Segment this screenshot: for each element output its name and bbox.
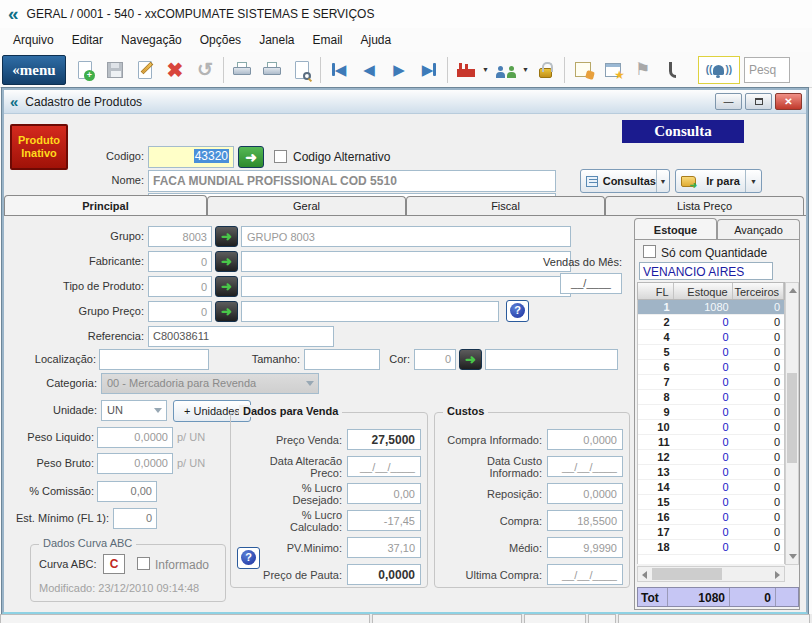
cor-lookup-button[interactable]: ➜ bbox=[459, 349, 482, 370]
horizontal-scrollbar-thumb[interactable] bbox=[652, 568, 722, 580]
scroll-down-icon[interactable] bbox=[789, 554, 797, 559]
table-row[interactable]: 400 bbox=[638, 330, 784, 345]
peso-bruto-input[interactable]: 0,0000 bbox=[97, 453, 173, 474]
company-button[interactable] bbox=[451, 55, 481, 85]
venda-row-input[interactable]: 0,0000 bbox=[347, 564, 421, 585]
grupo-desc-input[interactable]: GRUPO 8003 bbox=[241, 226, 571, 247]
table-row[interactable]: 500 bbox=[638, 345, 784, 360]
tipo-de-produto-lookup-button[interactable]: ➜ bbox=[215, 276, 238, 297]
filial-select[interactable]: VENANCIO AIRES bbox=[639, 262, 773, 280]
categoria-select[interactable]: 00 - Mercadoria para Revenda bbox=[101, 373, 319, 394]
table-row[interactable]: 1600 bbox=[638, 510, 784, 525]
custos-row-input[interactable]: __/__/____ bbox=[547, 564, 623, 585]
phone-button[interactable] bbox=[658, 55, 688, 85]
print-preview-button[interactable] bbox=[287, 55, 317, 85]
grupo-preço-lookup-button[interactable]: ➜ bbox=[215, 301, 238, 322]
previous-record-button[interactable]: ◀ bbox=[354, 55, 384, 85]
vertical-scrollbar-thumb[interactable] bbox=[787, 373, 797, 463]
venda-row-input[interactable]: 37,10 bbox=[347, 537, 421, 558]
menu-item-opções[interactable]: Opções bbox=[191, 29, 250, 51]
scroll-right-icon[interactable] bbox=[775, 571, 780, 579]
pv-minimo-help-button[interactable] bbox=[237, 547, 260, 569]
custos-row-input[interactable]: 18,5500 bbox=[547, 510, 623, 531]
tab-principal[interactable]: Principal bbox=[4, 195, 207, 215]
comissao-input[interactable]: 0,00 bbox=[97, 481, 157, 502]
venda-row-input[interactable]: -17,45 bbox=[347, 510, 421, 531]
peso-liquido-input[interactable]: 0,0000 bbox=[97, 427, 173, 448]
scroll-left-icon[interactable] bbox=[642, 571, 647, 579]
tipo-de-produto-code-input[interactable]: 0 bbox=[148, 276, 212, 297]
grupo-code-input[interactable]: 8003 bbox=[148, 226, 212, 247]
lock-button[interactable] bbox=[531, 55, 561, 85]
table-row[interactable]: 1700 bbox=[638, 525, 784, 540]
table-row[interactable]: 1300 bbox=[638, 465, 784, 480]
table-row[interactable]: 600 bbox=[638, 360, 784, 375]
edit-button[interactable] bbox=[130, 55, 160, 85]
tab-fiscal[interactable]: Fiscal bbox=[406, 196, 605, 215]
cor-code-input[interactable]: 0 bbox=[414, 349, 456, 370]
table-row[interactable]: 1100 bbox=[638, 435, 784, 450]
table-row[interactable]: 1000 bbox=[638, 420, 784, 435]
so-com-quantidade-checkbox[interactable] bbox=[643, 245, 656, 258]
fabricante-desc-input[interactable] bbox=[241, 251, 571, 272]
table-row[interactable]: 110800 bbox=[638, 300, 784, 315]
delete-button[interactable]: ✖ bbox=[160, 55, 190, 85]
print-button[interactable] bbox=[257, 55, 287, 85]
fabricante-lookup-button[interactable]: ➜ bbox=[215, 251, 238, 272]
save-button[interactable] bbox=[100, 55, 130, 85]
table-row[interactable]: 200 bbox=[638, 315, 784, 330]
toolbar-search-input[interactable]: Pesq bbox=[744, 57, 790, 83]
table-row[interactable]: 1800 bbox=[638, 540, 784, 555]
menu-item-arquivo[interactable]: Arquivo bbox=[4, 29, 63, 51]
table-row[interactable]: 1400 bbox=[638, 480, 784, 495]
users-button[interactable] bbox=[491, 55, 521, 85]
flag-button[interactable]: ⚑ bbox=[628, 55, 658, 85]
consultas-button[interactable]: Consultas ▼ bbox=[580, 169, 670, 193]
notification-bell-button[interactable]: (( )) bbox=[698, 56, 740, 84]
table-row[interactable]: 900 bbox=[638, 405, 784, 420]
informado-checkbox[interactable] bbox=[137, 557, 150, 570]
grupo-preço-desc-input[interactable] bbox=[241, 301, 499, 322]
notes-button[interactable] bbox=[568, 55, 598, 85]
fabricante-code-input[interactable]: 0 bbox=[148, 251, 212, 272]
consultas-dropdown-caret[interactable]: ▼ bbox=[656, 170, 669, 192]
menu-button[interactable]: «menu bbox=[2, 55, 66, 85]
codigo-go-button[interactable]: ➜ bbox=[238, 146, 264, 168]
menu-item-editar[interactable]: Editar bbox=[63, 29, 112, 51]
vendas-mes-input[interactable]: __/____ bbox=[560, 273, 622, 294]
custos-row-input[interactable]: 0,0000 bbox=[547, 429, 623, 450]
close-button[interactable]: ✕ bbox=[775, 93, 802, 110]
tab-lista-preço[interactable]: Lista Preço bbox=[605, 196, 804, 215]
grupo-preço-code-input[interactable]: 0 bbox=[148, 301, 212, 322]
referencia-input[interactable]: C80038611 bbox=[148, 326, 334, 347]
company-dropdown-caret[interactable]: ▼ bbox=[482, 66, 489, 73]
est-minimo-input[interactable]: 0 bbox=[113, 508, 157, 529]
tab-avançado[interactable]: Avançado bbox=[717, 219, 800, 240]
col-header-estoque[interactable]: Estoque bbox=[674, 283, 733, 299]
col-header-fl[interactable]: FL bbox=[638, 283, 674, 299]
table-row[interactable]: 1200 bbox=[638, 450, 784, 465]
tab-estoque[interactable]: Estoque bbox=[634, 218, 717, 239]
scroll-up-icon[interactable] bbox=[789, 288, 797, 293]
col-header-terceiros[interactable]: Terceiros bbox=[733, 283, 784, 299]
users-dropdown-caret[interactable]: ▼ bbox=[522, 66, 529, 73]
cor-desc-input[interactable] bbox=[485, 349, 618, 370]
venda-row-input[interactable]: __/__/____ bbox=[347, 456, 421, 477]
minimize-button[interactable]: — bbox=[715, 93, 742, 110]
menu-item-ajuda[interactable]: Ajuda bbox=[352, 29, 401, 51]
localizacao-input[interactable] bbox=[99, 349, 209, 370]
codigo-input[interactable]: 43320 bbox=[148, 146, 234, 168]
next-record-button[interactable]: ▶ bbox=[384, 55, 414, 85]
codigo-alternativo-checkbox[interactable] bbox=[274, 150, 287, 163]
grupo-lookup-button[interactable]: ➜ bbox=[215, 226, 238, 247]
horizontal-scrollbar[interactable] bbox=[637, 566, 785, 582]
tamanho-input[interactable] bbox=[304, 349, 380, 370]
unidade-select[interactable]: UN bbox=[101, 400, 167, 421]
undo-button[interactable]: ↺ bbox=[190, 55, 220, 85]
ir-para-button[interactable]: Ir para ▼ bbox=[675, 169, 762, 193]
last-record-button[interactable]: ▶ bbox=[414, 55, 444, 85]
vertical-scrollbar[interactable] bbox=[785, 282, 799, 565]
custos-row-input[interactable]: __/__/____ bbox=[547, 456, 623, 477]
menu-item-janela[interactable]: Janela bbox=[250, 29, 303, 51]
first-record-button[interactable]: ◀ bbox=[324, 55, 354, 85]
